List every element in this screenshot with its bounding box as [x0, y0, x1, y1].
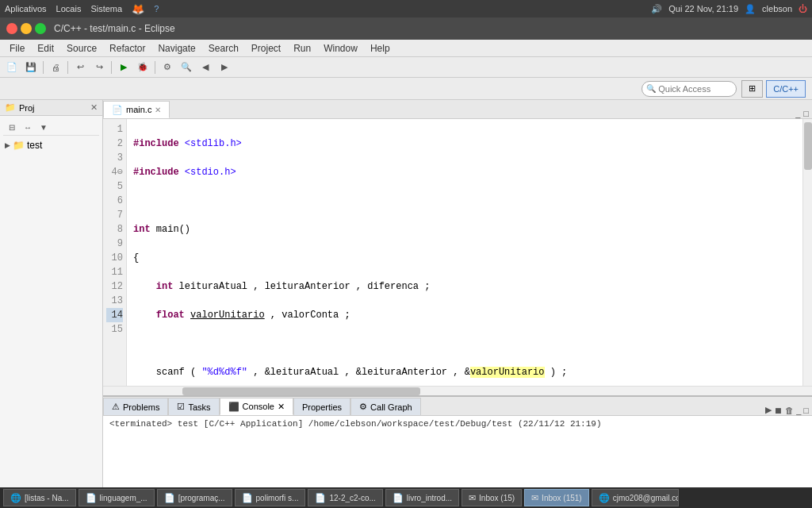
- console-tab-close-icon[interactable]: ✕: [278, 402, 285, 412]
- taskbar-item-listas[interactable]: 🌐 [listas - Na...: [3, 489, 76, 506]
- taskbar-item-linguagem[interactable]: 📄 linguagem_...: [79, 489, 155, 506]
- project-name: test: [27, 140, 42, 151]
- taskbar-label-gmail: cjmo208@gmail.com...: [613, 494, 679, 502]
- code-line-9: scanf ( "%d%d%f" , &leituraAtual , &leit…: [133, 365, 796, 379]
- menu-run[interactable]: Run: [287, 41, 317, 56]
- cpp-perspective-button[interactable]: C/C++: [766, 80, 806, 98]
- tab-call-graph[interactable]: ⚙ Call Graph: [350, 398, 421, 415]
- taskbar-label-linguagem: linguagem_...: [100, 494, 147, 502]
- open-perspective-button[interactable]: ⊞: [741, 80, 763, 98]
- minimize-button[interactable]: [21, 23, 32, 34]
- datetime: Qui 22 Nov, 21:19: [668, 4, 738, 13]
- close-button[interactable]: [6, 23, 17, 34]
- taskbar-item-gmail[interactable]: 🌐 cjmo208@gmail.com...: [592, 489, 679, 506]
- toolbar-btn-7[interactable]: ◀: [197, 60, 214, 75]
- tab-problems[interactable]: ⚠ Problems: [103, 398, 168, 415]
- minimize-editor-button[interactable]: _: [795, 109, 800, 118]
- console-maximize-button[interactable]: □: [803, 406, 809, 415]
- line-num-14: 14: [106, 308, 123, 322]
- quickaccess-bar: 🔍 ⊞ C/C++: [0, 78, 812, 100]
- menu-file[interactable]: File: [3, 41, 31, 56]
- toolbar-separator-2: [67, 61, 68, 74]
- project-explorer: 📁 Proj ✕ ⊟ ↔ ▼ ▶ 📁 test: [0, 100, 103, 491]
- menu-navigate[interactable]: Navigate: [151, 41, 201, 56]
- line-num-7: 7: [106, 208, 123, 222]
- link-editor-button[interactable]: ↔: [21, 121, 35, 133]
- run-button[interactable]: ▶: [115, 60, 132, 75]
- console-minimize-button[interactable]: _: [796, 406, 801, 415]
- save-button[interactable]: 💾: [22, 60, 40, 75]
- line-num-10: 10: [106, 251, 123, 265]
- taskbar-item-livro[interactable]: 📄 livro_introd...: [385, 489, 459, 506]
- taskbar-label-livro: livro_introd...: [407, 494, 452, 502]
- console-toolbar-btn-1[interactable]: ▶: [765, 405, 772, 415]
- tasks-icon: ☑: [177, 402, 185, 412]
- bottom-tabs: ⚠ Problems ☑ Tasks ⬛ Console ✕ Propertie…: [103, 397, 812, 416]
- line-numbers: 1 2 3 4⊖ 5 6 7 8 9 10 11 12 13 14 15: [103, 119, 127, 386]
- sidebar-menu-button[interactable]: ▼: [36, 121, 51, 133]
- taskbar-item-polimorfi[interactable]: 📄 polimorfi s...: [235, 489, 306, 506]
- undo-button[interactable]: ↩: [71, 60, 89, 75]
- quick-access-input[interactable]: [642, 81, 737, 97]
- toolbar-separator-1: [43, 61, 44, 74]
- taskbar-icon-listas: 🌐: [10, 493, 21, 503]
- taskbar-icon-programac: 📄: [164, 493, 175, 503]
- debug-button[interactable]: 🐞: [134, 60, 151, 75]
- tab-tasks[interactable]: ☑ Tasks: [168, 398, 219, 415]
- collapse-all-button[interactable]: ⊟: [5, 121, 19, 133]
- sidebar-header: 📁 Proj ✕: [0, 100, 102, 116]
- taskbar-label-c2co: 12-2_c2-co...: [329, 494, 375, 502]
- menu-help[interactable]: Help: [364, 41, 396, 56]
- menu-source[interactable]: Source: [60, 41, 103, 56]
- code-content[interactable]: #include <stdlib.h> #include <stdio.h> i…: [127, 119, 802, 386]
- folder-icon: 📁: [5, 102, 16, 113]
- system-menu[interactable]: Sistema: [90, 4, 122, 13]
- code-editor[interactable]: 1 2 3 4⊖ 5 6 7 8 9 10 11 12 13 14 15 #in…: [103, 119, 812, 386]
- toolbar-btn-6[interactable]: 🔍: [178, 60, 195, 75]
- taskbar-item-inbox151[interactable]: ✉ Inbox (151): [524, 489, 589, 506]
- vertical-scrollbar[interactable]: [802, 119, 812, 386]
- sidebar-content: ⊟ ↔ ▼ ▶ 📁 test: [0, 116, 102, 491]
- console-toolbar-btn-3[interactable]: 🗑: [785, 406, 794, 415]
- taskbar-label-inbox151: Inbox (151): [542, 494, 582, 502]
- line-num-1: 1: [106, 122, 123, 137]
- tab-close-icon[interactable]: ✕: [155, 106, 161, 114]
- sidebar-close-icon[interactable]: ✕: [90, 102, 98, 113]
- menu-project[interactable]: Project: [245, 41, 287, 56]
- tab-main-c[interactable]: 📄 main.c ✕: [103, 101, 170, 118]
- console-toolbar-btn-2[interactable]: ⏹: [774, 406, 783, 415]
- toolbar-btn-5[interactable]: ⚙: [159, 60, 176, 75]
- taskbar-icon-inbox15: ✉: [469, 493, 476, 503]
- taskbar-item-c2co[interactable]: 📄 12-2_c2-co...: [308, 489, 382, 506]
- tab-console[interactable]: ⬛ Console ✕: [220, 398, 293, 415]
- menu-search[interactable]: Search: [202, 41, 245, 56]
- maximize-editor-button[interactable]: □: [803, 109, 809, 118]
- scrollbar-thumb-h[interactable]: [182, 387, 420, 395]
- bottom-tab-controls: ▶ ⏹ 🗑 _ □: [762, 405, 812, 415]
- apps-menu[interactable]: Aplicativos: [5, 4, 47, 13]
- power-icon[interactable]: ⏻: [799, 4, 807, 13]
- menu-window[interactable]: Window: [317, 41, 364, 56]
- help-icon: ?: [154, 4, 159, 13]
- line-num-6: 6: [106, 194, 123, 208]
- horizontal-scrollbar[interactable]: [103, 386, 812, 395]
- taskbar-item-inbox15[interactable]: ✉ Inbox (15): [462, 489, 522, 506]
- maximize-button[interactable]: [35, 23, 46, 34]
- scrollbar-thumb-v[interactable]: [804, 122, 812, 170]
- menu-refactor[interactable]: Refactor: [103, 41, 151, 56]
- tab-properties[interactable]: Properties: [293, 398, 350, 415]
- new-button[interactable]: 📄: [3, 60, 21, 75]
- line-num-9: 9: [106, 237, 123, 251]
- redo-button[interactable]: ↪: [90, 60, 108, 75]
- code-line-7: float valorUnitario , valorConta ;: [133, 308, 796, 322]
- taskbar-item-programac[interactable]: 📄 [programaç...: [157, 489, 232, 506]
- tab-file-icon: 📄: [112, 105, 123, 115]
- menu-edit[interactable]: Edit: [31, 41, 60, 56]
- print-button[interactable]: 🖨: [47, 60, 64, 75]
- toolbar-btn-8[interactable]: ▶: [216, 60, 233, 75]
- code-line-3: [133, 194, 796, 208]
- tree-item-test[interactable]: ▶ 📁 test: [3, 139, 99, 152]
- toolbar-separator-4: [155, 61, 155, 74]
- call-graph-icon: ⚙: [359, 402, 367, 412]
- locals-menu[interactable]: Locais: [56, 4, 82, 13]
